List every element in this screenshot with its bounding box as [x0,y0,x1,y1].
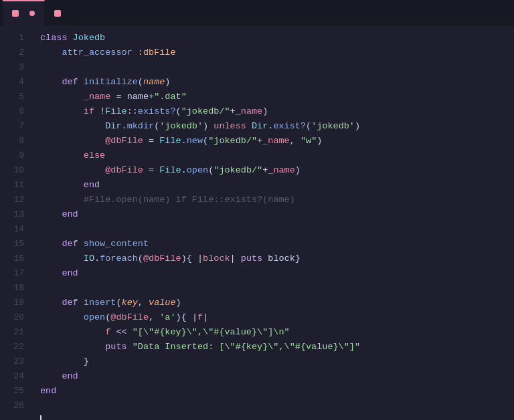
line-number-26: 26 [0,399,24,413]
line-number-6: 6 [0,104,24,119]
code-line-20: open(@dbFile, 'a'){ |f| [37,310,514,325]
line-number-12: 12 [0,193,24,207]
line-number-11: 11 [0,178,24,193]
editor: 1234567891011121314151617181920212223242… [0,25,514,420]
line-number-19: 19 [0,296,24,310]
line-number-8: 8 [0,134,24,148]
code-line-13: end [37,207,514,222]
code-line-9: else [37,148,514,163]
code-line-3 [37,60,514,75]
line-number-25: 25 [0,384,24,399]
code-line-16: IO.foreach(@dbFile){ |block| puts block} [37,251,514,266]
line-number-15: 15 [0,237,24,251]
code-line-24: end [37,369,514,384]
line-number-17: 17 [0,266,24,281]
code-line-15: def show_content [37,237,514,251]
line-number-18: 18 [0,281,24,296]
line-number-24: 24 [0,369,24,384]
code-line-11: end [37,178,514,193]
line-number-16: 16 [0,251,24,266]
line-number-14: 14 [0,222,24,237]
tab-icon-jokedb [12,10,19,17]
line-number-9: 9 [0,148,24,163]
line-number-23: 23 [0,354,24,369]
code-line-7: Dir.mkdir('jokedb') unless Dir.exist?('j… [37,119,514,134]
tab-modified-dot [29,11,35,16]
line-numbers: 1234567891011121314151617181920212223242… [0,25,32,420]
line-number-20: 20 [0,310,24,325]
line-number-5: 5 [0,90,24,104]
code-line-14 [37,222,514,237]
code-line-2: attr_accessor :dbFile [37,45,514,60]
text-cursor [40,415,41,420]
line-number-13: 13 [0,207,24,222]
code-line-25: end [37,384,514,399]
line-number-3: 3 [0,60,24,75]
code-line-1: class Jokedb [37,31,514,45]
code-line-21: f << "[\"#{key}\",\"#{value}\"]\n" [37,325,514,340]
code-line-5: _name = name+".dat" [37,90,514,104]
code-line-10: @dbFile = File.open("jokedb/"+_name) [37,163,514,178]
line-number-4: 4 [0,75,24,90]
code-line-4: def initialize(name) [37,75,514,90]
cursor-line [37,413,514,420]
code-area[interactable]: class Jokedb attr_accessor :dbFile def i… [32,25,514,420]
line-number-1: 1 [0,31,24,45]
code-line-8: @dbFile = File.new("jokedb/"+_name, "w") [37,134,514,148]
code-line-18 [37,281,514,296]
code-line-6: if !File::exists?("jokedb/"+_name) [37,104,514,119]
tab-main[interactable] [45,0,76,25]
tab-bar [0,0,514,25]
line-number-7: 7 [0,119,24,134]
line-number-10: 10 [0,163,24,178]
code-line-19: def insert(key, value) [37,296,514,310]
code-line-22: puts "Data Inserted: [\"#{key}\",\"#{val… [37,340,514,354]
code-line-26 [37,399,514,413]
code-line-23: } [37,354,514,369]
code-line-17: end [37,266,514,281]
tab-jokedb[interactable] [3,0,45,25]
line-number-22: 22 [0,340,24,354]
line-number-21: 21 [0,325,24,340]
tab-icon-main [54,10,61,17]
code-line-12: #File.open(name) if File::exists?(name) [37,193,514,207]
line-number-2: 2 [0,45,24,60]
